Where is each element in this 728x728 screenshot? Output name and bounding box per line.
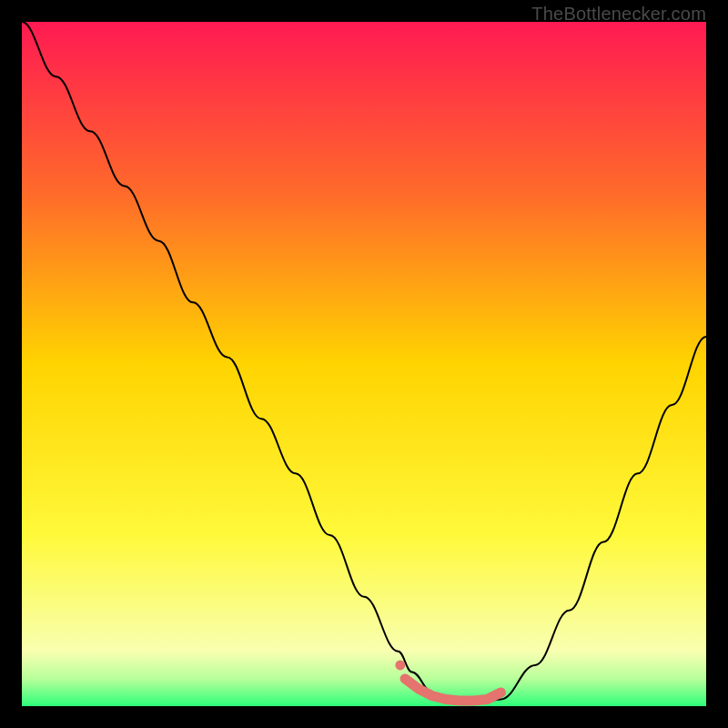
bottleneck-curve <box>22 22 706 703</box>
optimal-markers <box>395 660 500 701</box>
curve-layer <box>22 22 706 706</box>
marker-stroke <box>405 679 500 701</box>
chart-container: TheBottlenecker.com <box>0 0 728 728</box>
plot-area <box>22 22 706 706</box>
marker-dot <box>395 660 405 670</box>
